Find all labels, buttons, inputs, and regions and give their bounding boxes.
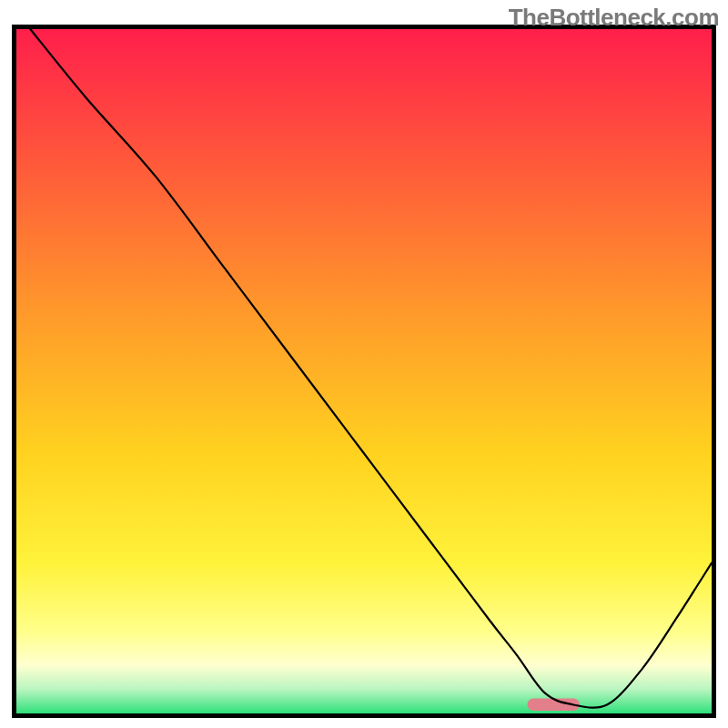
- chart-container: TheBottleneck.com: [0, 0, 728, 728]
- plot-background: [16, 29, 712, 713]
- watermark-text: TheBottleneck.com: [509, 4, 719, 32]
- chart-svg: [0, 0, 728, 728]
